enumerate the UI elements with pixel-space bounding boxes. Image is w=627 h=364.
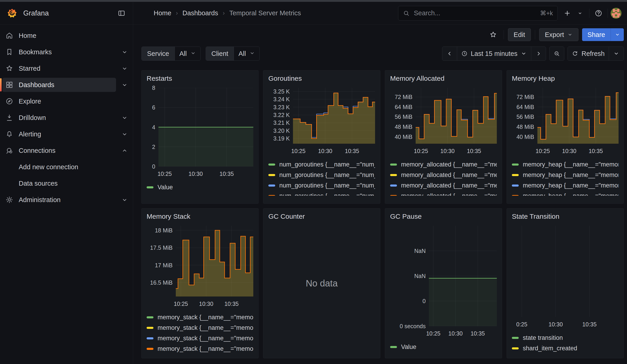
plot-area[interactable]	[293, 88, 375, 144]
share-button[interactable]: Share	[582, 28, 611, 41]
legend-swatch	[512, 195, 519, 196]
sidebar-item-data-sources[interactable]: Data sources	[0, 175, 133, 192]
sidebar-item-home[interactable]: Home	[0, 27, 133, 44]
sidebar-item-add-new-connection[interactable]: Add new connection	[0, 159, 133, 175]
plot-area[interactable]	[515, 226, 619, 317]
panel-title[interactable]: Restarts	[147, 75, 253, 82]
sidebar-item-drilldown[interactable]: Drilldown	[0, 109, 133, 126]
sidebar-item-connections[interactable]: Connections	[0, 142, 133, 159]
share-dropdown-button[interactable]	[611, 28, 624, 41]
y-axis-label: 0 seconds	[400, 323, 426, 330]
plot-area[interactable]	[429, 226, 497, 326]
edit-button[interactable]: Edit	[508, 28, 531, 41]
panel-title[interactable]: Memory Allocated	[390, 75, 497, 82]
chevron-down-icon[interactable]	[116, 197, 133, 203]
sidebar-item-explore[interactable]: Explore	[0, 93, 133, 109]
legend-label: memory_allocated {__name__="memo	[401, 182, 497, 189]
legend-label: num_goroutines {__name__="num_go	[279, 193, 375, 196]
chevron-down-icon[interactable]	[116, 65, 133, 72]
chevron-up-icon[interactable]	[116, 147, 133, 154]
panel-title[interactable]: GC Pause	[390, 212, 497, 220]
legend-item[interactable]: memory_heap {__name__="memory_h	[512, 170, 619, 180]
y-axis: 40 MiB48 MiB56 MiB64 MiB72 MiB	[390, 88, 416, 144]
legend-item[interactable]: memory_heap {__name__="memory_h	[512, 191, 619, 196]
x-axis-label: 10:25	[426, 330, 440, 337]
y-axis: 16.5 MiB17 MiB17.5 MiB18 MiB	[147, 226, 176, 297]
export-button[interactable]: Export	[539, 28, 578, 41]
legend-swatch	[390, 185, 397, 187]
plot-area[interactable]	[176, 226, 253, 297]
legend-item[interactable]: memory_allocated {__name__="memo	[390, 191, 497, 196]
clock-icon	[461, 51, 468, 57]
bell-icon	[5, 130, 13, 138]
panel-title[interactable]: Memory Stack	[147, 212, 253, 220]
x-axis: 10:2510:3010:35	[158, 169, 253, 178]
panel-title[interactable]: Goroutines	[268, 75, 375, 82]
plot-area[interactable]	[416, 88, 497, 144]
legend-item[interactable]: num_goroutines {__name__="num_go	[268, 180, 375, 191]
legend-item[interactable]: Value	[147, 182, 253, 193]
refresh-icon	[572, 51, 578, 57]
legend-item[interactable]: num_goroutines {__name__="num_go	[268, 159, 375, 170]
add-new-button[interactable]	[561, 7, 574, 20]
sidebar-item-label: Starred	[19, 65, 40, 72]
time-back-button[interactable]	[442, 47, 457, 60]
sidebar-item-starred[interactable]: Starred	[0, 60, 133, 77]
legend-item[interactable]: memory_heap {__name__="memory_h	[512, 159, 619, 170]
refresh-button[interactable]: Refresh	[568, 47, 609, 60]
time-zoom-out-button[interactable]	[549, 47, 564, 60]
legend-item[interactable]: Value	[390, 342, 497, 352]
breadcrumb-item[interactable]: Dashboards	[182, 9, 218, 17]
legend-item[interactable]: state transition	[512, 332, 619, 343]
refresh-interval-dropdown[interactable]	[609, 47, 624, 60]
breadcrumb-item[interactable]: Home	[154, 9, 171, 17]
sidebar-item-administration[interactable]: Administration	[0, 192, 133, 208]
sidebar-item-bookmarks[interactable]: Bookmarks	[0, 44, 133, 60]
chevron-down-icon[interactable]	[116, 131, 133, 138]
legend-item[interactable]: memory_allocated {__name__="memo	[390, 159, 497, 170]
add-new-dropdown-icon[interactable]	[574, 7, 586, 20]
legend-label: shard_item_created	[523, 345, 577, 352]
x-axis: 10:2510:3010:35	[537, 146, 619, 156]
user-avatar[interactable]	[611, 8, 622, 19]
legend-item[interactable]: memory_stack {__name__="memory_s	[147, 343, 253, 354]
legend-item[interactable]: memory_allocated {__name__="memo	[390, 170, 497, 180]
legend-item[interactable]: memory_heap {__name__="memory_h	[512, 180, 619, 191]
chevron-down-icon[interactable]	[116, 114, 133, 121]
sidebar-item-alerting[interactable]: Alerting	[0, 126, 133, 142]
y-axis-label: 48 MiB	[517, 123, 534, 130]
search-input[interactable]	[413, 9, 536, 17]
legend-swatch	[390, 163, 397, 166]
divider	[504, 30, 504, 39]
favorite-star-button[interactable]	[487, 28, 500, 41]
legend-item[interactable]: memory_stack {__name__="memory_s	[147, 312, 253, 322]
plot-area[interactable]	[537, 88, 619, 144]
sidebar-toggle-icon[interactable]	[115, 7, 128, 20]
filter-value-dropdown[interactable]: All	[234, 47, 260, 60]
time-range-picker[interactable]: Last 15 minutes	[457, 47, 531, 60]
dashboard-content: Edit Export Share ServiceAllClientAll	[133, 25, 627, 364]
panel-restarts: Restarts0246810:2510:3010:35Value	[141, 70, 259, 204]
y-axis: 0 seconds0NaNNaN	[390, 226, 429, 326]
plot-area[interactable]	[158, 88, 253, 166]
y-axis-label: 3.19 K	[273, 135, 290, 142]
y-axis: 3.19 K3.20 K3.21 K3.22 K3.23 K3.24 K3.25…	[268, 88, 293, 144]
sidebar-item-dashboards[interactable]: Dashboards	[0, 77, 133, 93]
legend-item[interactable]: num_goroutines {__name__="num_go	[268, 170, 375, 180]
legend-item[interactable]: memory_stack {__name__="memory_s	[147, 333, 253, 343]
chevron-down-icon[interactable]	[116, 49, 133, 55]
legend-item[interactable]: shard_item_created	[512, 343, 619, 354]
y-axis-label: 0	[152, 163, 155, 170]
time-forward-button[interactable]	[531, 47, 546, 60]
legend-item[interactable]: memory_allocated {__name__="memo	[390, 180, 497, 191]
panel-title[interactable]: Memory Heap	[512, 75, 619, 82]
chevron-down-icon[interactable]	[116, 82, 133, 88]
legend-item[interactable]: num_goroutines {__name__="num_go	[268, 191, 375, 196]
plus-icon	[563, 9, 571, 17]
time-range-label: Last 15 minutes	[471, 50, 518, 57]
search-box[interactable]: ⌘+k	[398, 6, 558, 20]
legend-item[interactable]: memory_stack {__name__="memory_s	[147, 322, 253, 333]
panel-title[interactable]: State Transition	[512, 212, 619, 220]
filter-value-dropdown[interactable]: All	[175, 47, 200, 60]
help-button[interactable]	[592, 7, 605, 20]
